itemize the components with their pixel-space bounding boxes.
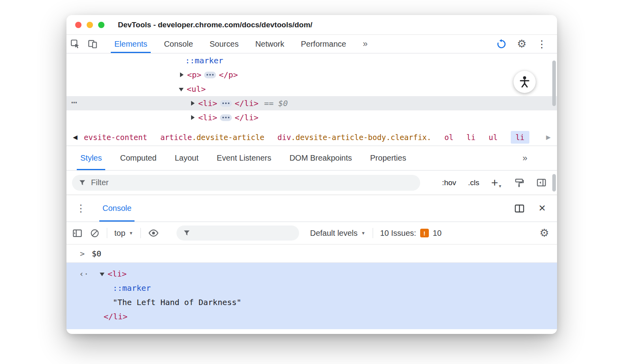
styles-filter-input[interactable]: Filter bbox=[72, 175, 420, 191]
settings-gear-icon[interactable]: ⚙ bbox=[517, 39, 527, 49]
chevron-double-icon: » bbox=[363, 39, 368, 49]
minimize-window-button[interactable] bbox=[87, 22, 93, 28]
tab-layout[interactable]: Layout bbox=[166, 146, 208, 170]
close-drawer-icon[interactable]: ✕ bbox=[538, 203, 546, 214]
javascript-context-selector[interactable]: top ▼ bbox=[114, 229, 133, 238]
toolbar-divider bbox=[107, 228, 107, 238]
breadcrumb-item[interactable]: ol bbox=[444, 133, 453, 142]
text-node-value: "The Left Hand of Darkness" bbox=[113, 298, 241, 307]
tab-computed[interactable]: Computed bbox=[111, 146, 165, 170]
tag-open: <ul> bbox=[187, 84, 206, 94]
drawer-tab-console[interactable]: Console bbox=[99, 195, 135, 222]
result-line: </li> bbox=[66, 309, 557, 324]
console-result-block[interactable]: ‹· <li> ::marker "The Left Hand of Darkn… bbox=[66, 263, 557, 329]
inline-expand-icon[interactable] bbox=[220, 100, 232, 107]
breadcrumb-item[interactable]: article.devsite-article bbox=[160, 133, 264, 142]
toggle-element-state-button[interactable]: :hov bbox=[442, 178, 456, 187]
disclosure-arrow-icon[interactable] bbox=[191, 101, 195, 106]
tab-elements[interactable]: Elements bbox=[106, 35, 155, 53]
zoom-window-button[interactable] bbox=[98, 22, 104, 28]
tab-sources[interactable]: Sources bbox=[201, 35, 247, 53]
tab-properties[interactable]: Properties bbox=[361, 146, 415, 170]
breadcrumb-item[interactable]: ul bbox=[489, 133, 498, 142]
console-filter-input[interactable] bbox=[176, 226, 299, 241]
console-command-echo[interactable]: > $0 bbox=[66, 245, 557, 263]
crumb-tag: evsite-content bbox=[84, 133, 147, 142]
console-settings-gear-icon[interactable]: ⚙ bbox=[540, 228, 549, 239]
active-extension-icon[interactable] bbox=[496, 39, 507, 49]
result-line: "The Left Hand of Darkness" bbox=[66, 295, 557, 309]
log-levels-selector[interactable]: Default levels ▼ bbox=[310, 229, 366, 238]
toolbar-divider bbox=[373, 228, 373, 238]
tag-close: </li> bbox=[235, 99, 258, 108]
drawer-kebab-menu-icon[interactable]: ⋮ bbox=[66, 195, 90, 222]
tag-open: <p> bbox=[187, 70, 201, 80]
issues-counter[interactable]: 10 Issues: ! 10 bbox=[380, 229, 442, 238]
styles-sidebar-tabs: Styles Computed Layout Event Listeners D… bbox=[66, 146, 557, 171]
inspect-element-icon[interactable] bbox=[66, 35, 84, 53]
tree-row-li[interactable]: <li> </li> bbox=[66, 110, 557, 125]
close-window-button[interactable] bbox=[75, 22, 81, 28]
more-panels-icon[interactable]: » bbox=[354, 35, 376, 53]
kebab-menu-icon[interactable]: ⋮ bbox=[537, 39, 547, 49]
tab-dom-breakpoints[interactable]: DOM Breakpoints bbox=[280, 146, 361, 170]
tree-row-marker[interactable]: ::marker bbox=[66, 53, 557, 68]
tab-label: Event Listeners bbox=[217, 154, 271, 163]
tab-event-listeners[interactable]: Event Listeners bbox=[208, 146, 280, 170]
tree-row-ul[interactable]: <ul> bbox=[66, 82, 557, 96]
plus-icon: + bbox=[491, 176, 498, 190]
gutter-overflow-icon[interactable]: ⋯ bbox=[71, 97, 77, 108]
paint-format-icon[interactable] bbox=[514, 178, 524, 188]
breadcrumb-item[interactable]: evsite-content bbox=[84, 133, 147, 142]
tab-label: Layout bbox=[175, 154, 199, 163]
split-panel-icon[interactable] bbox=[514, 203, 525, 214]
toolbar-right-icons: ⚙ ⋮ bbox=[496, 35, 557, 53]
tab-label: Console bbox=[164, 40, 193, 49]
tree-row-li-selected[interactable]: ⋯ <li> </li> == $0 bbox=[66, 96, 557, 110]
accessibility-overlay-icon bbox=[514, 71, 536, 93]
styles-scrollbar-thumb[interactable] bbox=[552, 174, 556, 191]
tag-open: <li> bbox=[198, 99, 217, 108]
breadcrumb-item-selected[interactable]: li bbox=[511, 131, 529, 144]
titlebar[interactable]: DevTools - developer.chrome.com/docs/dev… bbox=[66, 15, 557, 35]
tag-open: <li> bbox=[108, 269, 127, 279]
breadcrumb-scroll-left-icon[interactable]: ◀ bbox=[66, 129, 84, 146]
tab-performance[interactable]: Performance bbox=[293, 35, 355, 53]
console-sidebar-icon[interactable] bbox=[72, 228, 83, 239]
more-sidebar-tabs-icon[interactable]: » bbox=[514, 146, 536, 170]
caret-down-icon: ▼ bbox=[129, 231, 133, 235]
disclosure-arrow-icon[interactable] bbox=[180, 72, 184, 77]
breadcrumb-item[interactable]: div.devsite-article-body.clearfix. bbox=[277, 133, 431, 142]
context-label: top bbox=[114, 229, 125, 238]
tab-console[interactable]: Console bbox=[155, 35, 201, 53]
pseudo-element-label[interactable]: ::marker bbox=[185, 56, 223, 65]
tab-styles[interactable]: Styles bbox=[71, 146, 111, 170]
scrollbar-thumb[interactable] bbox=[552, 61, 556, 106]
tab-label: Computed bbox=[120, 154, 156, 163]
element-classes-button[interactable]: .cls bbox=[468, 178, 479, 187]
result-line[interactable]: <li> bbox=[66, 267, 557, 281]
elements-scrollbar[interactable] bbox=[552, 57, 556, 126]
tree-row-p[interactable]: <p> </p> bbox=[66, 68, 557, 82]
console-toolbar: top ▼ Default levels ▼ 10 Issues: ! 10 ⚙ bbox=[66, 222, 557, 245]
disclosure-arrow-icon[interactable] bbox=[179, 88, 184, 91]
disclosure-arrow-icon[interactable] bbox=[100, 273, 104, 276]
tab-label: Elements bbox=[114, 40, 147, 49]
breadcrumb-item[interactable]: li bbox=[466, 133, 476, 142]
device-toolbar-icon[interactable] bbox=[84, 35, 101, 53]
crumb-classes: .devsite-article bbox=[192, 133, 264, 142]
disclosure-arrow-icon[interactable] bbox=[191, 115, 195, 120]
create-live-expression-eye-icon[interactable] bbox=[148, 228, 159, 239]
inline-expand-icon[interactable] bbox=[220, 114, 232, 121]
tab-network[interactable]: Network bbox=[247, 35, 292, 53]
tag-close: </li> bbox=[104, 312, 127, 321]
inline-expand-icon[interactable] bbox=[204, 72, 216, 78]
clear-console-icon[interactable] bbox=[90, 228, 100, 238]
dollar-zero-binding: $0 bbox=[278, 99, 288, 108]
result-line: ::marker bbox=[66, 281, 557, 295]
tab-label: Performance bbox=[301, 40, 347, 49]
new-style-rule-button[interactable]: +▼ bbox=[491, 176, 502, 190]
levels-label: Default levels bbox=[310, 229, 358, 238]
breadcrumb-scroll-right-icon[interactable]: ▶ bbox=[540, 129, 557, 146]
toggle-sidebar-icon[interactable] bbox=[536, 177, 547, 188]
